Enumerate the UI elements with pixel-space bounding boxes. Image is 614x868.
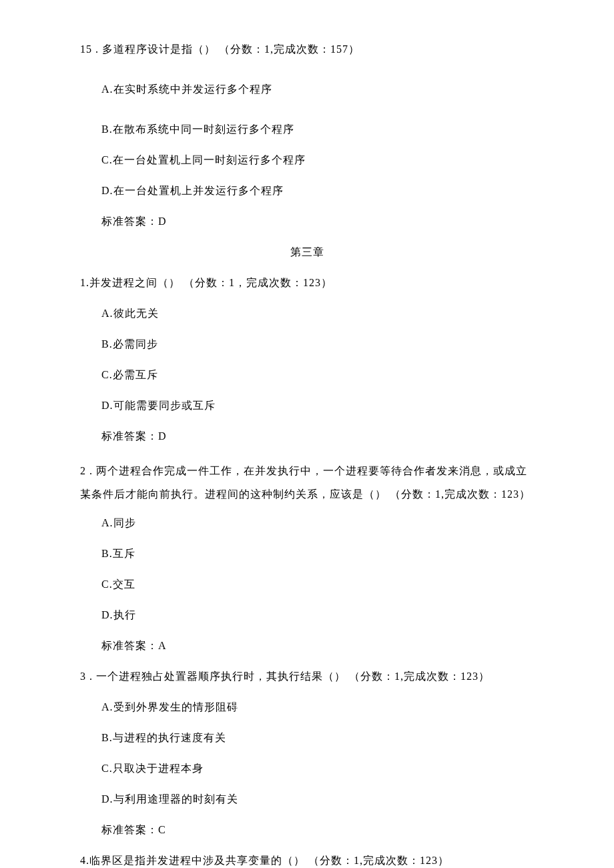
question-stem: 15 . 多道程序设计是指（） （分数：1,完成次数：157）	[80, 41, 534, 57]
option-b: B.在散布系统中同一时刻运行多个程序	[80, 121, 534, 137]
option-c: C.必需互斥	[80, 367, 534, 383]
standard-answer: 标准答案：D	[80, 428, 534, 444]
standard-answer: 标准答案：A	[80, 638, 534, 654]
standard-answer: 标准答案：C	[80, 822, 534, 838]
option-d: D.可能需要同步或互斥	[80, 398, 534, 414]
option-b: B.与进程的执行速度有关	[80, 730, 534, 746]
option-a: A.彼此无关	[80, 306, 534, 322]
option-c: C.在一台处置机上同一时刻运行多个程序	[80, 152, 534, 168]
option-c: C.交互	[80, 576, 534, 592]
option-a: A.同步	[80, 515, 534, 531]
section-title: 第三章	[80, 244, 534, 260]
question-stem: 1.并发进程之间（） （分数：1，完成次数：123）	[80, 275, 534, 291]
question-stem: 3 . 一个进程独占处置器顺序执行时，其执行结果（） （分数：1,完成次数：12…	[80, 669, 534, 685]
option-a: A.在实时系统中并发运行多个程序	[80, 81, 534, 97]
standard-answer: 标准答案：D	[80, 213, 534, 230]
question-3: 3 . 一个进程独占处置器顺序执行时，其执行结果（） （分数：1,完成次数：12…	[80, 669, 534, 838]
question-stem: 4.临界区是指并发进程中涉及共享变量的（） （分数：1,完成次数：123）	[80, 853, 534, 868]
option-d: D.在一台处置机上并发运行多个程序	[80, 183, 534, 199]
option-d: D.执行	[80, 607, 534, 623]
question-15: 15 . 多道程序设计是指（） （分数：1,完成次数：157） A.在实时系统中…	[80, 41, 534, 230]
question-4: 4.临界区是指并发进程中涉及共享变量的（） （分数：1,完成次数：123） A.…	[80, 853, 534, 868]
option-a: A.受到外界发生的情形阻碍	[80, 699, 534, 715]
question-2: 2 . 两个进程合作完成一件工作，在并发执行中，一个进程要等待合作者发来消息，或…	[80, 459, 534, 654]
option-b: B.必需同步	[80, 336, 534, 352]
option-d: D.与利用途理器的时刻有关	[80, 791, 534, 807]
question-1: 1.并发进程之间（） （分数：1，完成次数：123） A.彼此无关 B.必需同步…	[80, 275, 534, 444]
option-c: C.只取决于进程本身	[80, 761, 534, 777]
question-stem: 2 . 两个进程合作完成一件工作，在并发执行中，一个进程要等待合作者发来消息，或…	[80, 459, 534, 506]
option-b: B.互斥	[80, 546, 534, 562]
